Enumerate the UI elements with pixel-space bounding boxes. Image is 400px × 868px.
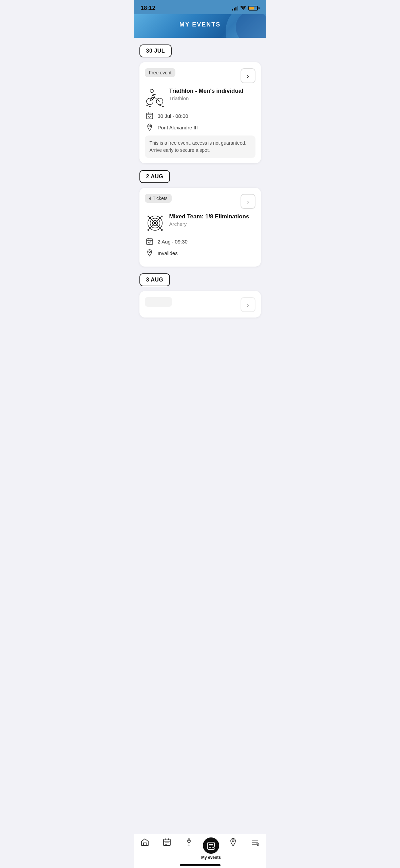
location-pin-icon-1 [145, 123, 154, 132]
status-bar: 18:12 [134, 0, 266, 14]
calendar-check-icon-2 [145, 237, 154, 246]
triathlon-icon [145, 87, 165, 108]
event-location-row-2: Invalides [145, 248, 255, 258]
event-detail-button-1[interactable]: › [241, 68, 255, 83]
svg-line-10 [152, 94, 153, 97]
nav-item-more[interactable] [244, 837, 266, 847]
page-title: MY EVENTS [141, 21, 260, 28]
free-event-badge: Free event [145, 68, 176, 77]
event-card-archery[interactable]: 4 Tickets › [139, 188, 261, 267]
nav-item-torch[interactable] [178, 837, 200, 847]
menu-add-icon [250, 837, 260, 847]
archery-icon [145, 213, 165, 233]
event-datetime-row-1: 30 Jul · 08:00 [145, 111, 255, 121]
date-badge-1: 30 JUL [139, 44, 172, 57]
event-card-triathlon[interactable]: Free event › [139, 62, 261, 163]
svg-point-26 [149, 251, 150, 253]
nav-item-my-events[interactable]: My events [200, 837, 222, 860]
event-location-2: Invalides [158, 250, 178, 256]
status-icons [232, 5, 260, 11]
location-pin-icon-2 [145, 248, 154, 258]
svg-rect-22 [147, 239, 153, 245]
event-datetime-2: 2 Aug · 09:30 [158, 239, 188, 245]
ticket-count-badge: 4 Tickets [145, 194, 172, 203]
main-content: 30 JUL Free event › [134, 38, 266, 868]
event-body-2: Mixed Team: 1/8 Eliminations Archery [145, 213, 255, 233]
ticket-badge-3 [145, 297, 172, 307]
signal-icon [232, 6, 238, 11]
event-detail-button-3[interactable]: › [241, 297, 255, 312]
svg-rect-27 [164, 839, 170, 846]
my-events-circle [203, 837, 219, 854]
svg-point-1 [150, 89, 153, 93]
date-badge-2: 2 AUG [139, 170, 170, 183]
svg-point-0 [243, 9, 243, 10]
event-card-3[interactable]: › [139, 291, 261, 318]
event-datetime-1: 30 Jul · 08:00 [158, 113, 188, 119]
my-events-label: My events [201, 855, 221, 860]
event-body-1: Triathlon - Men's individual Triathlon [145, 87, 255, 108]
card-header-2: 4 Tickets › [145, 194, 255, 209]
card-header-1: Free event › [145, 68, 255, 83]
svg-point-15 [149, 125, 150, 127]
svg-rect-11 [147, 113, 153, 119]
event-datetime-row-2: 2 Aug · 09:30 [145, 237, 255, 246]
event-location-1: Pont Alexandre III [158, 125, 198, 130]
nav-item-home[interactable] [134, 837, 156, 847]
location-icon [228, 837, 238, 847]
torch-icon [184, 837, 194, 847]
event-sport-2: Archery [169, 221, 255, 227]
home-icon [140, 837, 150, 847]
event-meta-2: 2 Aug · 09:30 Invalides [145, 237, 255, 258]
page-header: MY EVENTS [134, 14, 266, 38]
nav-item-schedule[interactable] [156, 837, 178, 847]
event-title-2: Mixed Team: 1/8 Eliminations [169, 213, 255, 220]
event-location-row-1: Pont Alexandre III [145, 123, 255, 132]
wifi-icon [240, 5, 246, 11]
battery-icon [248, 6, 260, 11]
event-sport-1: Triathlon [169, 95, 255, 101]
svg-point-42 [232, 840, 234, 842]
home-indicator [180, 864, 221, 866]
date-badge-3: 3 AUG [139, 273, 170, 286]
event-info-1: Triathlon - Men's individual Triathlon [169, 87, 255, 101]
bottom-navigation: My events [134, 834, 266, 868]
event-info-2: Mixed Team: 1/8 Eliminations Archery [169, 213, 255, 227]
calendar-check-icon [145, 111, 154, 121]
event-note-1: This is a free event, access is not guar… [145, 135, 255, 158]
event-meta-1: 30 Jul · 08:00 Pont Alexandre III [145, 111, 255, 132]
nav-item-locations[interactable] [222, 837, 244, 847]
event-detail-button-2[interactable]: › [241, 194, 255, 209]
status-time: 18:12 [141, 5, 155, 12]
calendar-icon [162, 837, 172, 847]
event-title-1: Triathlon - Men's individual [169, 87, 255, 95]
